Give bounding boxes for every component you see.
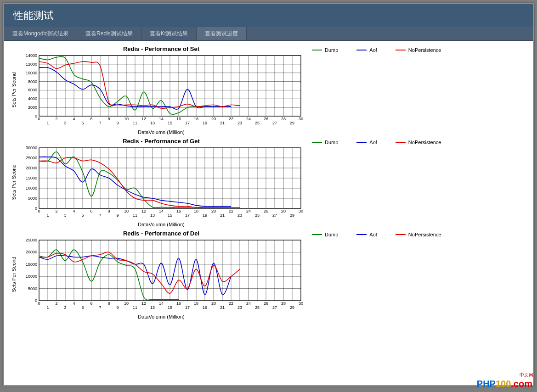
legend-0: DumpAofNoPersistence [304, 45, 528, 135]
svg-text:7: 7 [99, 305, 101, 310]
svg-text:23: 23 [237, 213, 242, 218]
svg-text:24: 24 [246, 209, 251, 213]
svg-text:28: 28 [281, 117, 286, 121]
svg-text:27: 27 [272, 121, 277, 125]
svg-text:28: 28 [281, 209, 286, 213]
svg-text:6: 6 [90, 117, 92, 121]
svg-text:5000: 5000 [28, 286, 37, 291]
svg-text:15: 15 [168, 305, 172, 310]
svg-text:26: 26 [264, 117, 268, 121]
svg-text:8: 8 [107, 301, 110, 306]
svg-text:29: 29 [290, 305, 294, 310]
svg-text:5: 5 [81, 305, 84, 310]
tab-3[interactable]: 查看测试进度 [197, 27, 247, 40]
svg-text:17: 17 [185, 305, 190, 310]
svg-text:18: 18 [194, 301, 198, 306]
svg-text:12: 12 [141, 117, 146, 121]
svg-text:4: 4 [73, 301, 75, 306]
svg-text:19: 19 [203, 121, 207, 125]
y-axis-label: Sets Per Seond [11, 72, 17, 107]
x-axis-label: DataVolumn (Million) [19, 314, 304, 319]
svg-text:3: 3 [64, 305, 66, 310]
x-axis-label: DataVolumn (Million) [19, 222, 304, 227]
svg-text:19: 19 [203, 213, 207, 218]
svg-text:1: 1 [46, 213, 49, 218]
svg-text:30: 30 [299, 209, 303, 213]
series-nopersistence [39, 252, 240, 293]
svg-text:10000: 10000 [26, 274, 37, 279]
svg-text:14: 14 [159, 209, 164, 213]
svg-text:8000: 8000 [28, 79, 37, 84]
svg-text:4: 4 [73, 117, 75, 121]
svg-text:16: 16 [176, 117, 181, 121]
watermark: PHP100.com [477, 379, 532, 389]
svg-text:24: 24 [246, 301, 251, 306]
svg-text:6: 6 [90, 301, 92, 306]
svg-text:6: 6 [90, 209, 92, 213]
svg-text:14: 14 [159, 117, 164, 121]
svg-text:30000: 30000 [26, 146, 37, 150]
svg-text:0: 0 [38, 209, 40, 213]
svg-text:2: 2 [55, 209, 57, 213]
chart-1: 0123456789101112131415161718192021222324… [19, 146, 304, 219]
x-axis-label: DataVolumn (Million) [19, 129, 304, 135]
svg-text:8: 8 [107, 209, 110, 213]
svg-text:29: 29 [290, 213, 294, 218]
svg-text:15000: 15000 [26, 176, 37, 180]
svg-text:26: 26 [264, 209, 268, 213]
svg-text:30: 30 [299, 117, 303, 121]
svg-text:4000: 4000 [28, 96, 37, 101]
svg-text:17: 17 [185, 121, 190, 125]
svg-text:11: 11 [133, 121, 137, 125]
svg-text:1: 1 [46, 121, 49, 125]
svg-text:12: 12 [141, 301, 146, 306]
svg-text:23: 23 [237, 305, 242, 310]
svg-text:20000: 20000 [26, 250, 37, 254]
svg-text:25000: 25000 [26, 156, 37, 160]
svg-text:2: 2 [55, 117, 57, 121]
svg-text:0: 0 [35, 114, 37, 118]
svg-text:0: 0 [38, 301, 40, 306]
svg-text:20: 20 [211, 301, 216, 306]
svg-text:15: 15 [168, 213, 172, 218]
svg-text:26: 26 [264, 301, 268, 306]
chart-title-0: Redis - Performance of Set [19, 45, 304, 52]
svg-text:0: 0 [38, 117, 40, 121]
svg-text:11: 11 [133, 213, 137, 218]
svg-text:12: 12 [141, 209, 146, 213]
svg-text:20000: 20000 [26, 166, 37, 170]
svg-text:25000: 25000 [26, 238, 37, 242]
svg-text:10000: 10000 [26, 186, 37, 190]
svg-text:20: 20 [211, 117, 216, 121]
svg-text:11: 11 [133, 305, 137, 310]
chart-title-2: Redis - Performance of Del [19, 230, 304, 237]
svg-text:7: 7 [99, 213, 101, 218]
svg-text:24: 24 [246, 117, 251, 121]
series-nopersistence [39, 157, 240, 207]
legend-2: DumpAofNoPersistence [304, 229, 528, 319]
tab-2[interactable]: 查看Kt测试结果 [141, 27, 197, 40]
svg-text:10000: 10000 [26, 71, 37, 75]
svg-text:10: 10 [124, 117, 129, 121]
svg-text:29: 29 [290, 121, 294, 125]
svg-text:0: 0 [35, 298, 37, 303]
svg-text:25: 25 [255, 305, 260, 310]
svg-text:22: 22 [229, 209, 233, 213]
tab-0[interactable]: 查看Mongodb测试结果 [4, 27, 77, 40]
svg-text:7: 7 [99, 121, 101, 125]
svg-text:0: 0 [35, 206, 37, 211]
svg-text:12000: 12000 [26, 62, 37, 67]
svg-text:15000: 15000 [26, 262, 37, 267]
page-title: 性能测试 [4, 4, 533, 27]
svg-text:5: 5 [81, 213, 84, 218]
svg-text:21: 21 [220, 305, 225, 310]
svg-text:9: 9 [116, 305, 119, 310]
legend-item-dump: Dump [312, 47, 338, 53]
svg-text:18: 18 [194, 117, 198, 121]
svg-text:13: 13 [150, 121, 155, 125]
svg-text:10: 10 [124, 301, 129, 306]
y-axis-label: Sets Per Seond [11, 164, 17, 200]
tab-1[interactable]: 查看Redis测试结果 [77, 27, 141, 40]
svg-text:13: 13 [150, 213, 155, 218]
svg-text:8: 8 [107, 117, 110, 121]
